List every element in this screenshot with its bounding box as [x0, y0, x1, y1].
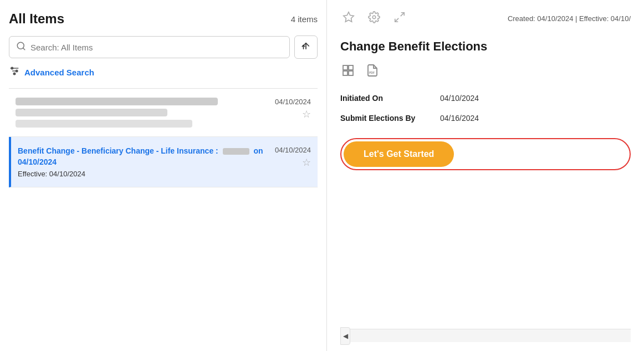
list-item[interactable]: Benefit Change - Beneficiary Change - Li… — [9, 137, 318, 187]
svg-text:PDF: PDF — [369, 71, 375, 74]
pdf-button[interactable]: PDF — [365, 63, 380, 78]
search-icon — [16, 41, 26, 53]
star-icon[interactable]: ☆ — [302, 108, 311, 120]
detail-title: Change Benefit Elections — [340, 39, 631, 54]
left-header: All Items 4 items — [9, 11, 318, 27]
svg-point-11 — [372, 16, 376, 19]
svg-point-9 — [13, 73, 15, 74]
svg-rect-17 — [349, 71, 353, 75]
right-topbar: Created: 04/10/2024 | Effective: 04/10/ — [340, 9, 631, 28]
bottom-bar: ◀ — [340, 329, 631, 342]
svg-line-13 — [395, 18, 398, 22]
search-box[interactable] — [9, 36, 290, 58]
action-icons-row: PDF — [340, 63, 631, 78]
search-row — [9, 35, 318, 59]
created-info: Created: 04/10/2024 | Effective: 04/10/ — [508, 14, 631, 23]
svg-line-12 — [401, 13, 404, 16]
page-title: All Items — [9, 11, 64, 27]
list-item-content — [16, 98, 268, 128]
submit-elections-label: Submit Elections By — [340, 114, 440, 123]
star-icon[interactable]: ☆ — [302, 156, 311, 169]
blurred-content — [16, 98, 268, 128]
favorite-button[interactable] — [340, 9, 357, 28]
items-count: 4 items — [291, 14, 318, 24]
list-item-date: 04/10/2024 — [275, 146, 311, 154]
detail-grid: Initiated On 04/10/2024 Submit Elections… — [340, 94, 631, 123]
initiated-on-label: Initiated On — [340, 94, 440, 103]
expand-button[interactable] — [391, 9, 408, 28]
svg-point-8 — [16, 70, 18, 72]
svg-rect-15 — [349, 65, 353, 70]
list-item-date: 04/10/2024 — [275, 98, 311, 106]
list-item-content: Benefit Change - Beneficiary Change - Li… — [18, 146, 268, 178]
svg-rect-16 — [343, 71, 347, 75]
items-list: 04/10/2024 ☆ Benefit Change - Beneficiar… — [9, 89, 318, 351]
initiated-on-value: 04/10/2024 — [440, 94, 631, 103]
list-item-meta: 04/10/2024 ☆ — [275, 98, 311, 120]
submit-elections-value: 04/16/2024 — [440, 114, 631, 123]
get-started-wrapper: Let's Get Started — [340, 138, 631, 170]
grid-view-button[interactable] — [340, 63, 356, 78]
sort-icon — [301, 41, 311, 53]
svg-line-1 — [23, 48, 24, 49]
right-panel: Created: 04/10/2024 | Effective: 04/10/ … — [327, 0, 644, 351]
advanced-filter-icon — [9, 65, 20, 79]
list-item-meta: 04/10/2024 ☆ — [275, 146, 311, 169]
svg-marker-10 — [344, 12, 354, 22]
sort-button[interactable] — [294, 35, 318, 59]
collapse-arrow[interactable]: ◀ — [340, 327, 350, 345]
get-started-button[interactable]: Let's Get Started — [344, 141, 454, 167]
svg-point-7 — [11, 67, 13, 69]
advanced-search-link[interactable]: Advanced Search — [24, 68, 94, 77]
search-input[interactable] — [30, 43, 283, 52]
list-item[interactable]: 04/10/2024 ☆ — [9, 89, 318, 137]
list-item-title: Benefit Change - Beneficiary Change - Li… — [18, 146, 268, 167]
left-panel: All Items 4 items — [0, 0, 327, 351]
svg-rect-14 — [343, 65, 347, 70]
settings-button[interactable] — [366, 9, 382, 28]
advanced-search-row: Advanced Search — [9, 65, 318, 79]
list-item-subtitle: Effective: 04/10/2024 — [18, 170, 268, 178]
right-toolbar-icons — [340, 9, 408, 28]
